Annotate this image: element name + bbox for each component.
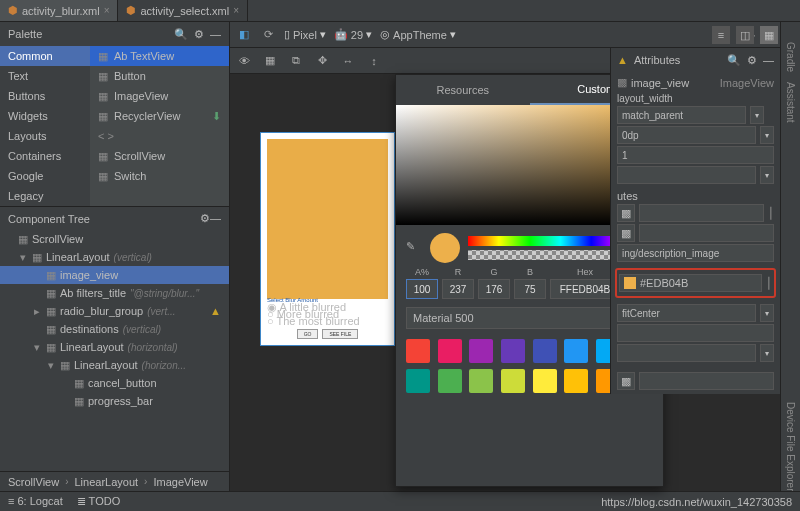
palette-item[interactable]: ▦ImageView <box>90 86 229 106</box>
dropdown-icon[interactable]: ▾ <box>750 106 764 124</box>
pan-icon[interactable]: ✥ <box>314 53 330 69</box>
image-icon: ▩ <box>617 76 627 89</box>
gear-icon[interactable]: ⚙ <box>747 54 757 67</box>
palette-item[interactable]: ▦Switch <box>90 166 229 186</box>
attr-field[interactable]: 0dp <box>617 126 756 144</box>
g-input[interactable] <box>478 279 510 299</box>
tab-activity-blur[interactable]: ⬢activity_blur.xml× <box>0 0 118 21</box>
palette-item[interactable]: ▦Button <box>90 66 229 86</box>
palette-category[interactable]: Text <box>0 66 90 86</box>
minimize-icon[interactable]: — <box>210 28 221 40</box>
r-input[interactable] <box>442 279 474 299</box>
palette-item[interactable]: ▦Ab TextView <box>90 46 229 66</box>
component-tree: ▦ScrollView▾▦LinearLayout (vertical)▦ima… <box>0 230 229 471</box>
theme-picker[interactable]: ◎ AppTheme ▾ <box>380 28 456 41</box>
image-icon[interactable]: ▩ <box>617 224 635 242</box>
description-field[interactable]: ing/description_image <box>617 244 774 262</box>
palette-category[interactable]: Widgets <box>0 106 90 126</box>
tree-row[interactable]: ▾▦LinearLayout (horizontal) <box>0 338 229 356</box>
color-swatch[interactable] <box>438 339 462 363</box>
alpha-input[interactable] <box>406 279 438 299</box>
color-swatch[interactable] <box>533 339 557 363</box>
attr-field[interactable] <box>617 166 756 184</box>
color-swatch[interactable] <box>469 339 493 363</box>
tab-activity-select[interactable]: ⬢activity_select.xml× <box>118 0 247 21</box>
close-icon[interactable]: × <box>104 5 110 16</box>
palette-category[interactable]: Buttons <box>0 86 90 106</box>
tree-row[interactable]: ▦cancel_button <box>0 374 229 392</box>
search-icon[interactable]: 🔍 <box>727 54 741 67</box>
tree-row[interactable]: ▾▦LinearLayout (vertical) <box>0 248 229 266</box>
gear-icon[interactable]: ⚙ <box>194 28 204 41</box>
scale-type-field[interactable]: fitCenter <box>617 304 756 322</box>
gear-icon[interactable]: ⚙ <box>200 212 210 224</box>
warning-icon[interactable]: ▲ <box>617 54 628 66</box>
breadcrumb: ScrollView› LinearLayout› ImageView <box>0 471 229 491</box>
color-swatch[interactable] <box>501 339 525 363</box>
component-tree-header: Component Tree ⚙— <box>0 206 229 230</box>
image-icon[interactable]: ▩ <box>617 204 635 222</box>
current-color-swatch <box>430 233 460 263</box>
blueprint-icon[interactable]: ▦ <box>262 53 278 69</box>
expand-v-icon[interactable]: ↕ <box>366 53 382 69</box>
editor-tabs: ⬢activity_blur.xml× ⬢activity_select.xml… <box>0 0 800 22</box>
design-toolbar: ◧ ⟳ ▯ Pixel ▾ 🤖 29 ▾ ◎ AppTheme ▾ » ▲ <box>230 22 780 48</box>
url-watermark: https://blog.csdn.net/wuxin_142730358 <box>601 496 792 508</box>
tree-row[interactable]: ▦image_view <box>0 266 229 284</box>
palette-header: Palette 🔍 ⚙ — <box>0 22 229 46</box>
close-icon[interactable]: × <box>233 5 239 16</box>
image-icon[interactable]: ▩ <box>617 372 635 390</box>
tree-row[interactable]: ▦progress_bar <box>0 392 229 410</box>
magnet-icon[interactable]: ⧉ <box>288 53 304 69</box>
color-swatch[interactable] <box>406 339 430 363</box>
tree-row[interactable]: ▦ScrollView <box>0 230 229 248</box>
color-swatch[interactable] <box>438 369 462 393</box>
palette-categories: CommonTextButtonsWidgetsLayoutsContainer… <box>0 46 90 206</box>
search-icon[interactable]: 🔍 <box>174 28 188 41</box>
color-swatch[interactable] <box>533 369 557 393</box>
tab-resources[interactable]: Resources <box>396 75 530 105</box>
b-input[interactable] <box>514 279 546 299</box>
palette-items: ▦Ab TextView▦Button▦ImageView▦RecyclerVi… <box>90 46 229 206</box>
api-picker[interactable]: 🤖 29 ▾ <box>334 28 372 41</box>
palette-category[interactable]: Legacy <box>0 186 90 206</box>
assistant-tab[interactable]: Assistant <box>785 82 796 123</box>
tree-row[interactable]: ▦Ab filters_title "@string/blur..." <box>0 284 229 302</box>
orientation-icon[interactable]: ⟳ <box>260 27 276 43</box>
eyedropper-icon[interactable]: ✎ <box>406 240 422 256</box>
view-mode-icon[interactable]: ▦ <box>760 26 778 44</box>
design-surface-icon[interactable]: ◧ <box>236 27 252 43</box>
color-swatch[interactable] <box>406 369 430 393</box>
layout-width-field[interactable]: match_parent <box>617 106 746 124</box>
device-picker[interactable]: ▯ Pixel ▾ <box>284 28 326 41</box>
highlighted-color-attr: #EDB04B⎮ <box>615 268 776 298</box>
color-swatch[interactable] <box>564 339 588 363</box>
minimize-icon[interactable]: — <box>763 54 774 66</box>
palette-item[interactable]: < > <box>90 126 229 146</box>
view-mode-icon[interactable]: ◫ <box>736 26 754 44</box>
gradle-tab[interactable]: Gradle <box>785 42 796 72</box>
design-preview[interactable]: Select Blur Amount ◉ A little blurred ○ … <box>260 132 395 346</box>
logcat-tab[interactable]: ≡ 6: Logcat <box>8 495 63 508</box>
eye-icon[interactable]: 👁 <box>236 53 252 69</box>
background-color-field[interactable]: #EDB04B <box>619 274 762 292</box>
color-swatch[interactable] <box>469 369 493 393</box>
right-tool-strip: Gradle Assistant Device File Explorer <box>780 22 800 491</box>
palette-category[interactable]: Google <box>0 166 90 186</box>
device-explorer-tab[interactable]: Device File Explorer <box>785 402 796 491</box>
palette-category[interactable]: Containers <box>0 146 90 166</box>
todo-tab[interactable]: ≣ TODO <box>77 495 120 508</box>
view-mode-icon[interactable]: ≡ <box>712 26 730 44</box>
palette-category[interactable]: Layouts <box>0 126 90 146</box>
minimize-icon[interactable]: — <box>210 212 221 224</box>
palette-item[interactable]: ▦ScrollView <box>90 146 229 166</box>
tree-row[interactable]: ▾▦LinearLayout (horizon... <box>0 356 229 374</box>
color-swatch[interactable] <box>564 369 588 393</box>
palette-category[interactable]: Common <box>0 46 90 66</box>
expand-h-icon[interactable]: ↔ <box>340 53 356 69</box>
attr-field[interactable]: 1 <box>617 146 774 164</box>
tree-row[interactable]: ▸▦radio_blur_group (vert...▲ <box>0 302 229 320</box>
color-swatch[interactable] <box>501 369 525 393</box>
palette-item[interactable]: ▦RecyclerView⬇ <box>90 106 229 126</box>
tree-row[interactable]: ▦destinations (vertical) <box>0 320 229 338</box>
